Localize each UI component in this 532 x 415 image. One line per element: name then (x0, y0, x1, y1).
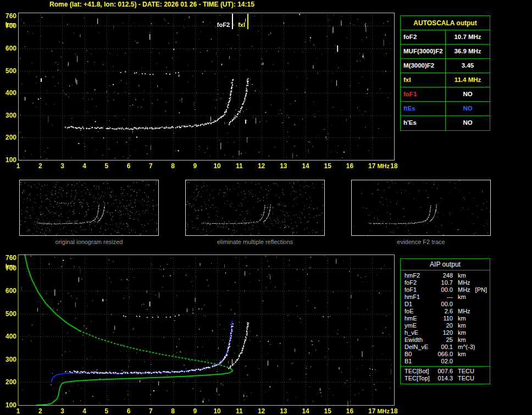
aip-param-label: ymE (401, 322, 435, 329)
aip-param-value: 10.7 (435, 279, 453, 286)
aip-param-value: 02.0 (435, 358, 453, 365)
aip-param-unit (453, 358, 458, 365)
aip-param-label: hmF1 (401, 294, 435, 301)
aip-param-unit: TECU (453, 368, 474, 375)
aip-param-label: D1 (401, 301, 435, 308)
aip-row-d1: D100.0 (401, 301, 490, 308)
aip-row-b1: B102.0 (401, 358, 490, 365)
aip-param-label: Ewidth (401, 336, 435, 344)
aip-param-value: --- (435, 294, 453, 301)
thumbnail-canvas-original (20, 180, 158, 235)
aip-param-flag: [PN] (475, 286, 490, 294)
aip-param-unit: km (453, 336, 466, 344)
autoscala-param-value: NO (446, 87, 490, 101)
aip-param-label: B1 (401, 358, 435, 365)
autoscala-param-label: M(3000)F2 (401, 59, 446, 73)
aip-param-value: 110 (435, 315, 453, 322)
autoscala-param-value: 11.4 MHz (446, 73, 490, 87)
ionogram-plot-profile (0, 250, 399, 415)
aip-param-unit: km (453, 294, 466, 301)
aip-param-value: 248 (435, 272, 453, 279)
aip-row-delnve: DelN_vE00.1m^(-3) (401, 344, 490, 351)
autoscala-param-value: 36.9 MHz (446, 45, 490, 58)
aip-param-value: 00.0 (435, 301, 453, 308)
aip-param-unit (453, 301, 458, 308)
aip-param-label: foF1 (401, 286, 435, 294)
thumbnail-canvas-evidence-f2-trace (352, 180, 490, 235)
autoscala-row-fxi: fxI11.4 MHz (401, 73, 490, 87)
aip-row-tectop: TEC[Top]014.3TECU (401, 375, 490, 382)
autoscala-output-table: AUTOSCALA output foF210.7 MHzMUF(3000)F2… (400, 15, 490, 131)
aip-param-label: hmE (401, 315, 435, 322)
aip-tec-section: TEC[Bot]007.6TECUTEC[Top]014.3TECU (401, 366, 490, 384)
aip-table-title: AIP output (401, 259, 490, 270)
autoscala-row-fof1: foF1NO (401, 87, 490, 102)
autoscala-param-value: NO (446, 102, 490, 115)
aip-param-label: TEC[Top] (401, 375, 435, 382)
autoscala-param-label: MUF(3000)F2 (401, 45, 446, 58)
aip-param-value: 014.3 (435, 375, 453, 382)
aip-param-unit: MHz (453, 279, 470, 286)
aip-param-unit: TECU (453, 375, 474, 382)
autoscala-param-label: foF1 (401, 87, 446, 101)
aip-param-value: 25 (435, 336, 453, 344)
aip-param-unit: km (453, 272, 466, 279)
autoscala-table-rows: foF210.7 MHzMUF(3000)F236.9 MHzM(3000)F2… (401, 30, 490, 130)
aip-param-value: 00.1 (435, 344, 453, 351)
aip-param-unit: km (453, 329, 466, 336)
aip-param-value: 007.6 (435, 368, 453, 375)
thumbnail-original-ionogram (19, 180, 159, 236)
autoscala-param-label: foF2 (401, 30, 446, 44)
aip-row-hme: hmE110km (401, 315, 490, 322)
thumbnail-caption-eliminate-reflections: eliminate multiple reflections (185, 239, 325, 245)
thumbnail-canvas-eliminate-reflections (186, 180, 324, 235)
aip-row-hmf2: hmF2248km (401, 272, 490, 279)
autoscala-row-muf3000f2: MUF(3000)F236.9 MHz (401, 45, 490, 59)
ionogram-plot-main (0, 9, 399, 174)
autoscala-row-m3000f2: M(3000)F23.45 (401, 59, 490, 73)
aip-row-ewidth: Ewidth25km (401, 336, 490, 344)
autoscala-row-hes: h'EsNO (401, 116, 490, 130)
aip-param-value: 2.6 (435, 308, 453, 315)
aip-param-label: B0 (401, 351, 435, 358)
aip-param-label: hmF2 (401, 272, 435, 279)
autoscala-param-value: 10.7 MHz (446, 30, 490, 44)
aip-param-unit: km (453, 315, 466, 322)
aip-param-unit: km (453, 322, 466, 329)
aip-param-unit: MHz (453, 286, 470, 294)
thumbnail-eliminate-reflections (185, 180, 325, 236)
autoscala-window: Rome (lat: +41.8, lon: 012.5) - DATE: 20… (0, 0, 532, 415)
aip-param-label: DelN_vE (401, 344, 435, 351)
thumbnail-caption-evidence-f2-trace: evidence F2 trace (351, 239, 491, 245)
autoscala-param-value: NO (446, 116, 490, 130)
aip-output-table: AIP output hmF2248kmfoF210.7MHzfoF100.0M… (400, 258, 490, 384)
aip-param-label: h_vE (401, 329, 435, 336)
aip-row-hve: h_vE120km (401, 329, 490, 336)
aip-param-value: 20 (435, 322, 453, 329)
autoscala-param-label: h'Es (401, 116, 446, 130)
page-title: Rome (lat: +41.8, lon: 012.5) - DATE: 20… (49, 1, 254, 8)
autoscala-row-fof2: foF210.7 MHz (401, 30, 490, 45)
autoscala-param-value: 3.45 (446, 59, 490, 73)
autoscala-param-label: ftEs (401, 102, 446, 115)
aip-table-rows: hmF2248kmfoF210.7MHzfoF100.0MHz[PN]hmF1-… (401, 270, 490, 366)
autoscala-table-title: AUTOSCALA output (401, 16, 490, 30)
autoscala-row-ftes: ftEsNO (401, 102, 490, 116)
aip-row-yme: ymE20km (401, 322, 490, 329)
aip-row-foe: foE2.6MHz (401, 308, 490, 315)
aip-param-value: 00.0 (435, 286, 453, 294)
aip-row-fof2: foF210.7MHz (401, 279, 490, 286)
aip-param-unit: m^(-3) (453, 344, 475, 351)
thumbnail-caption-original: original ionogram resized (19, 239, 159, 245)
aip-param-label: TEC[Bot] (401, 368, 435, 375)
aip-param-label: foE (401, 308, 435, 315)
aip-param-value: 120 (435, 329, 453, 336)
aip-param-value: 066.0 (435, 351, 453, 358)
aip-row-b0: B0066.0km (401, 351, 490, 358)
thumbnail-evidence-f2-trace (351, 180, 491, 236)
aip-row-tecbot: TEC[Bot]007.6TECU (401, 368, 490, 375)
autoscala-param-label: fxI (401, 73, 446, 87)
aip-row-hmf1: hmF1---km (401, 294, 490, 301)
aip-row-fof1: foF100.0MHz[PN] (401, 286, 490, 294)
aip-param-label: foF2 (401, 279, 435, 286)
